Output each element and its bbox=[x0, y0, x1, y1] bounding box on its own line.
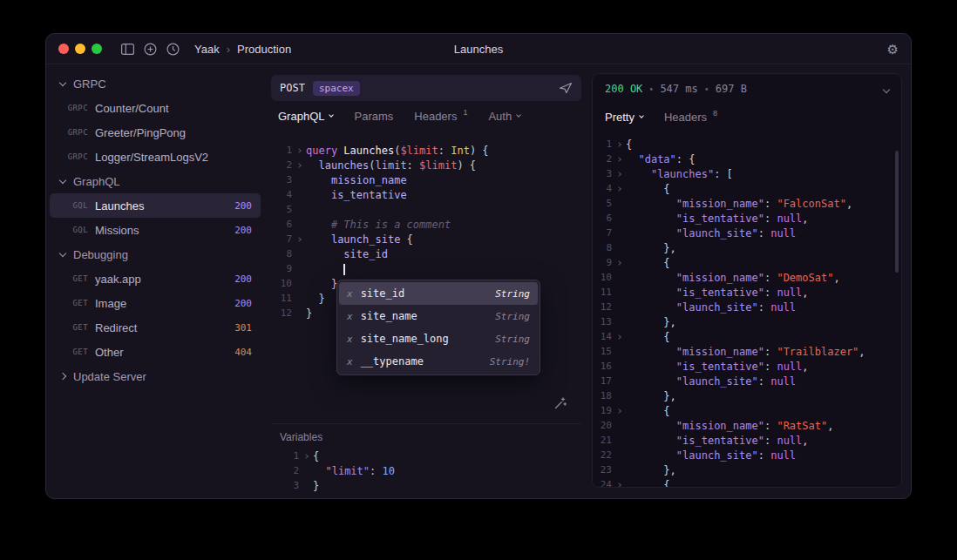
fold-toggle-icon[interactable] bbox=[292, 164, 306, 167]
breadcrumb-workspace[interactable]: Production bbox=[237, 43, 291, 56]
meta-separator: • bbox=[704, 84, 709, 94]
settings-gear-icon[interactable]: ⚙ bbox=[887, 43, 899, 56]
sidebar-item-greeter-pingpong[interactable]: GRPCGreeter/PingPong bbox=[50, 120, 261, 145]
tab-label: Headers bbox=[664, 111, 707, 124]
sidebar-item-counter-count[interactable]: GRPCCounter/Count bbox=[50, 96, 261, 120]
code-line: 19 { bbox=[593, 403, 901, 418]
code-text: "is_tentative": null, bbox=[626, 435, 809, 447]
line-number: 24 bbox=[593, 479, 612, 487]
fold-toggle-icon[interactable] bbox=[292, 238, 306, 241]
autocomplete-option-site_name[interactable]: xsite_nameString bbox=[339, 305, 538, 327]
format-wand-icon[interactable] bbox=[553, 396, 567, 413]
sidebar-item-other[interactable]: GETOther404 bbox=[50, 340, 261, 364]
line-number: 17 bbox=[593, 375, 612, 387]
sidebar-folder-label: Debugging bbox=[73, 248, 128, 261]
line-number: 9 bbox=[271, 263, 292, 274]
response-tab-pretty[interactable]: Pretty bbox=[605, 111, 643, 124]
sidebar-folder-update-server[interactable]: Update Server bbox=[50, 364, 261, 388]
sidebar-item-launches[interactable]: GQLLaunches200 bbox=[50, 193, 261, 218]
new-request-icon[interactable] bbox=[139, 38, 161, 59]
response-body[interactable]: 1{2 "data": {3 "launches": [4 {5 "missio… bbox=[593, 130, 901, 487]
fold-toggle-icon[interactable] bbox=[612, 335, 626, 339]
variables-editor[interactable]: 1{2 "limit": 103} bbox=[278, 449, 581, 493]
sidebar-folder-label: Update Server bbox=[73, 370, 146, 383]
fold-toggle-icon[interactable] bbox=[612, 483, 626, 487]
chevron-down-icon bbox=[329, 112, 335, 118]
sidebar-item-redirect[interactable]: GETRedirect301 bbox=[50, 315, 261, 340]
code-text: "limit": 10 bbox=[313, 465, 395, 477]
request-method-tag: GRPC bbox=[62, 104, 88, 112]
close-window-button[interactable] bbox=[58, 44, 69, 54]
fold-toggle-icon[interactable] bbox=[612, 187, 626, 191]
response-tab-headers[interactable]: Headers8 bbox=[664, 111, 717, 124]
tab-label: Headers bbox=[414, 110, 457, 123]
sidebar-item-image[interactable]: GETImage200 bbox=[50, 291, 261, 315]
code-text: }, bbox=[626, 464, 676, 476]
tab-auth[interactable]: Auth bbox=[488, 110, 520, 123]
field-kind-icon: x bbox=[347, 356, 353, 368]
code-line: 9 { bbox=[593, 255, 901, 270]
fold-toggle-icon[interactable] bbox=[612, 409, 626, 413]
request-method-tag: GET bbox=[62, 323, 88, 332]
fold-toggle-icon[interactable] bbox=[292, 149, 306, 152]
fold-toggle-icon[interactable] bbox=[612, 143, 626, 146]
line-number: 11 bbox=[593, 287, 612, 298]
history-icon[interactable] bbox=[161, 38, 184, 59]
breadcrumb-app[interactable]: Yaak bbox=[194, 43, 220, 56]
autocomplete-option-site_id[interactable]: xsite_idString bbox=[339, 282, 538, 305]
code-text: "data": { bbox=[626, 153, 696, 165]
line-number: 11 bbox=[271, 293, 292, 304]
fold-toggle-icon[interactable] bbox=[299, 455, 313, 458]
code-line: 23 }, bbox=[593, 462, 901, 477]
url-environment-badge[interactable]: spacex bbox=[313, 81, 360, 96]
sidebar-item-missions[interactable]: GQLMissions200 bbox=[50, 218, 261, 242]
tab-count-badge: 8 bbox=[713, 109, 717, 118]
status-code-badge: 200 bbox=[234, 273, 252, 285]
sidebar-item-yaak-app[interactable]: GETyaak.app200 bbox=[50, 267, 261, 291]
zoom-window-button[interactable] bbox=[92, 44, 102, 54]
code-line: 20 "mission_name": "RatSat", bbox=[593, 418, 901, 433]
tab-params[interactable]: Params bbox=[354, 110, 393, 123]
autocomplete-option-site_name_long[interactable]: xsite_name_longString bbox=[339, 327, 538, 350]
chevron-right-icon bbox=[616, 142, 621, 147]
line-number: 3 bbox=[271, 174, 292, 186]
method-label[interactable]: POST bbox=[280, 82, 305, 94]
autocomplete-field-name: __typename bbox=[361, 355, 424, 368]
response-scrollbar-thumb[interactable] bbox=[895, 151, 899, 273]
graphql-editor[interactable]: 1query Launches($limit: Int) {2 launches… bbox=[271, 131, 581, 423]
request-label: Greeter/PingPong bbox=[95, 126, 186, 139]
code-text: "launch_site": null bbox=[626, 301, 796, 314]
url-bar[interactable]: POST spacex bbox=[271, 75, 581, 101]
send-request-icon[interactable] bbox=[559, 82, 573, 94]
response-collapse-icon[interactable] bbox=[884, 83, 889, 95]
autocomplete-field-type: String! bbox=[490, 356, 530, 368]
code-text: }, bbox=[626, 242, 676, 254]
fold-toggle-icon[interactable] bbox=[612, 158, 626, 161]
code-text: "mission_name": "Trailblazer", bbox=[626, 346, 865, 358]
sidebar-folder-grpc[interactable]: GRPC bbox=[50, 71, 261, 96]
request-label: Launches bbox=[95, 199, 144, 213]
sidebar-folder-debugging[interactable]: Debugging bbox=[50, 242, 261, 267]
tab-headers[interactable]: Headers1 bbox=[414, 110, 467, 123]
fold-toggle-icon[interactable] bbox=[612, 261, 626, 265]
code-text: { bbox=[626, 138, 632, 151]
sidebar-item-logger-streamlogsv2[interactable]: GRPCLogger/StreamLogsV2 bbox=[50, 145, 261, 169]
autocomplete-option-__typename[interactable]: x__typenameString! bbox=[339, 350, 538, 373]
tab-graphql[interactable]: GraphQL bbox=[278, 110, 333, 123]
breadcrumb[interactable]: Yaak › Production bbox=[194, 43, 291, 56]
code-line: 6 "is_tentative": null, bbox=[593, 211, 901, 226]
line-number: 2 bbox=[271, 159, 292, 171]
tab-label: Params bbox=[354, 110, 393, 123]
fold-toggle-icon[interactable] bbox=[612, 172, 626, 176]
chevron-right-icon bbox=[616, 334, 621, 340]
app-window: Yaak › Production Launches ⚙ GRPCGRPCCou… bbox=[45, 33, 912, 499]
breadcrumb-separator: › bbox=[227, 43, 230, 56]
request-method-tag: GET bbox=[62, 274, 88, 283]
toggle-sidebar-icon[interactable] bbox=[116, 38, 139, 59]
request-label: Logger/StreamLogsV2 bbox=[95, 151, 208, 164]
sidebar-folder-graphql[interactable]: GraphQL bbox=[50, 169, 261, 193]
line-number: 12 bbox=[271, 307, 292, 319]
field-kind-icon: x bbox=[347, 288, 353, 300]
minimize-window-button[interactable] bbox=[75, 44, 85, 54]
request-tabs: GraphQLParamsHeaders1Auth bbox=[271, 101, 581, 131]
